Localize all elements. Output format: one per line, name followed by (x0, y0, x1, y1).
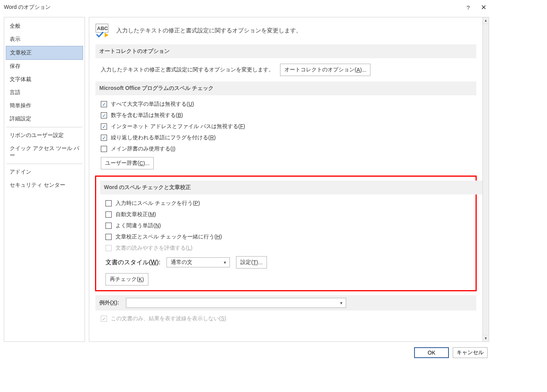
exceptions-label: 例外(X): (99, 299, 119, 306)
sidebar-item-addins[interactable]: アドイン (6, 166, 83, 179)
check-readability: 文書の読みやすさを評価する(L) (105, 245, 472, 252)
user-dictionary-button[interactable]: ユーザー辞書(C)... (101, 157, 154, 169)
sidebar-item-proofing[interactable]: 文章校正 (6, 46, 83, 60)
settings-button[interactable]: 設定(T)... (236, 256, 267, 269)
check-ignore-uppercase[interactable]: すべて大文字の単語は無視する(U) (101, 101, 476, 108)
sidebar-item-save[interactable]: 保存 (6, 60, 83, 73)
word-spell-checklist: 入力時にスペル チェックを行う(P) 自動文章校正(M) よく間違う単語(N) … (105, 200, 472, 252)
writing-style-label: 文書のスタイル(W): (105, 259, 160, 267)
scroll-up-icon[interactable]: ▲ (483, 17, 489, 24)
exceptions-row: 例外(X): ▼ (95, 295, 476, 311)
highlight-box: Word のスペル チェックと文章校正 入力時にスペル チェックを行う(P) 自… (95, 176, 477, 291)
close-icon[interactable]: ✕ (476, 3, 491, 12)
proofing-icon: ABC (95, 24, 111, 37)
exceptions-combo[interactable]: ▼ (126, 298, 346, 308)
intro-text: 入力したテキストの修正と書式設定に関するオプションを変更します。 (116, 27, 302, 34)
check-ignore-numbers[interactable]: 数字を含む単語は無視する(B) (101, 112, 476, 119)
window-title: Word のオプション (4, 4, 51, 11)
sidebar-divider (7, 127, 82, 127)
section-autocorrect-header: オートコレクトのオプション (95, 44, 476, 58)
sidebar: 全般 表示 文章校正 保存 文字体裁 言語 簡単操作 詳細設定 リボンのユーザー… (4, 17, 85, 342)
office-spell-checklist: すべて大文字の単語は無視する(U) 数字を含む単語は無視する(B) インターネッ… (101, 101, 476, 152)
footer: OK キャンセル (0, 343, 493, 362)
cancel-button[interactable]: キャンセル (453, 347, 488, 358)
check-ignore-urls[interactable]: インターネット アドレスとファイル パスは無視する(F) (101, 123, 476, 130)
recheck-button[interactable]: 再チェック(K) (105, 273, 148, 286)
titlebar: Word のオプション ? ✕ (0, 0, 493, 15)
check-auto-grammar[interactable]: 自動文章校正(M) (105, 211, 472, 218)
chevron-down-icon: ▼ (338, 301, 344, 305)
check-main-dict-only[interactable]: メイン辞書のみ使用する(I) (101, 145, 476, 152)
scroll-down-icon[interactable]: ▼ (483, 335, 489, 341)
check-confused-words[interactable]: よく間違う単語(N) (105, 222, 472, 229)
section-office-spell-header: Microsoft Office プログラムのスペル チェック (95, 81, 476, 95)
svg-text:ABC: ABC (97, 25, 108, 31)
check-grammar-with-spell[interactable]: 文章校正とスペル チェックを一緒に行う(H) (105, 233, 472, 240)
content-panel: ABC 入力したテキストの修正と書式設定に関するオプションを変更します。 オート… (89, 17, 482, 342)
sidebar-item-advanced[interactable]: 詳細設定 (6, 112, 83, 125)
sidebar-item-quick-access-toolbar[interactable]: クイック アクセス ツール バー (6, 142, 83, 162)
help-icon[interactable]: ? (460, 4, 476, 11)
autocorrect-options-button[interactable]: オートコレクトのオプション(A)... (280, 64, 370, 76)
sidebar-item-general[interactable]: 全般 (6, 20, 83, 33)
sidebar-item-customize-ribbon[interactable]: リボンのユーザー設定 (6, 129, 83, 142)
sidebar-divider (7, 164, 82, 164)
sidebar-item-trust-center[interactable]: セキュリティ センター (6, 179, 83, 192)
chevron-down-icon: ▼ (222, 260, 228, 265)
section-word-spell-header: Word のスペル チェックと文章校正 (100, 181, 482, 194)
sidebar-item-language[interactable]: 言語 (6, 86, 83, 99)
sidebar-item-display[interactable]: 表示 (6, 33, 83, 46)
sidebar-item-ease-of-access[interactable]: 簡単操作 (6, 99, 83, 112)
check-flag-repeated[interactable]: 繰り返し使われる単語にフラグを付ける(R) (101, 134, 476, 141)
check-spell-as-type[interactable]: 入力時にスペル チェックを行う(P) (105, 200, 472, 207)
check-hide-wavy-this-doc: この文書のみ、結果を表す波線を表示しない(S) (101, 315, 476, 322)
vertical-scrollbar[interactable]: ▲ ▼ (482, 17, 489, 342)
ok-button[interactable]: OK (414, 347, 449, 358)
sidebar-item-typography[interactable]: 文字体裁 (6, 73, 83, 86)
autocorrect-desc: 入力したテキストの修正と書式設定に関するオプションを変更します。 (101, 66, 274, 73)
writing-style-combo[interactable]: 通常の文▼ (166, 257, 230, 267)
